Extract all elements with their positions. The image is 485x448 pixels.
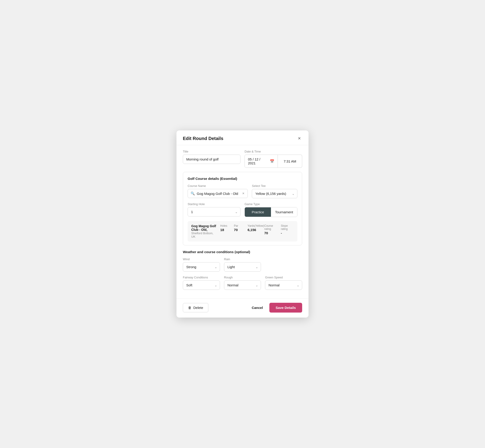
- wind-dropdown[interactable]: NoneLightModerateStrong: [183, 262, 220, 272]
- par-stat: Par 70: [232, 224, 245, 235]
- starting-hole-label: Starting Hole: [188, 202, 241, 206]
- holes-label: Holes: [220, 224, 227, 227]
- course-info-left: Gog Magog Golf Club - Old, Shelford Bott…: [191, 224, 218, 238]
- modal-header: Edit Round Details ×: [177, 130, 308, 145]
- green-speed-label: Green Speed: [265, 276, 302, 279]
- title-input[interactable]: [183, 155, 241, 164]
- rain-label: Rain: [224, 257, 261, 261]
- time-value: 7:31 AM: [284, 159, 296, 163]
- course-info-card: Gog Magog Golf Club - Old, Shelford Bott…: [188, 221, 297, 241]
- modal-title: Edit Round Details: [183, 136, 223, 141]
- green-speed-group: Green Speed SlowNormalFast ⌄: [265, 276, 302, 290]
- tournament-button[interactable]: Tournament: [271, 207, 297, 217]
- fairway-dropdown[interactable]: SoftNormalHard: [183, 280, 220, 290]
- course-name-label: Course Name: [188, 184, 248, 188]
- rain-wrap: NoneLightModerateHeavy ⌄: [224, 262, 261, 272]
- starting-hole-dropdown[interactable]: 1234 5678 910: [188, 207, 241, 216]
- select-tee-wrap: Yellow (6,156 yards) White (6,500 yards)…: [252, 189, 297, 198]
- game-type-label: Game Type: [244, 202, 297, 206]
- game-type-group: Game Type Practice Tournament: [244, 202, 297, 217]
- course-info-name: Gog Magog Golf Club - Old,: [191, 224, 218, 232]
- close-button[interactable]: ×: [297, 136, 302, 141]
- course-info-location: Shelford Bottom, UK: [191, 232, 218, 238]
- date-time-inputs: 05 / 12 / 2021 📅 7:31 AM: [244, 155, 302, 168]
- par-value: 70: [234, 228, 238, 232]
- datetime-group: Date & Time 05 / 12 / 2021 📅 7:31 AM: [244, 150, 302, 168]
- modal-body: Title Date & Time 05 / 12 / 2021 📅 7:31 …: [177, 145, 308, 296]
- holes-stat: Holes 18: [218, 224, 232, 235]
- rough-wrap: SoftNormalHard ⌄: [224, 280, 261, 290]
- edit-round-modal: Edit Round Details × Title Date & Time 0…: [177, 130, 308, 318]
- slope-rating-label: Slope rating: [281, 224, 291, 231]
- rain-group: Rain NoneLightModerateHeavy ⌄: [224, 257, 261, 272]
- wind-wrap: NoneLightModerateStrong ⌄: [183, 262, 220, 272]
- modal-footer: 🗑 Delete Cancel Save Details: [177, 298, 308, 318]
- holes-value: 18: [220, 228, 224, 232]
- datetime-label: Date & Time: [244, 150, 302, 153]
- wind-group: Wind NoneLightModerateStrong ⌄: [183, 257, 220, 272]
- select-tee-label: Select Tee: [252, 184, 297, 188]
- slope-rating-stat: Slope rating -: [278, 224, 294, 235]
- yards-stat: Yards(Yellow) 6,156: [245, 224, 262, 235]
- par-label: Par: [234, 224, 238, 227]
- golf-course-section: Golf Course details (Essential) Course N…: [183, 172, 302, 245]
- yards-label: Yards(Yellow): [248, 224, 264, 227]
- course-name-group: Course Name 🔍 ×: [188, 184, 248, 198]
- game-type-toggle: Practice Tournament: [244, 207, 297, 217]
- save-button[interactable]: Save Details: [269, 303, 302, 312]
- fairway-group: Fairway Conditions SoftNormalHard ⌄: [183, 276, 220, 290]
- footer-right: Cancel Save Details: [249, 303, 302, 312]
- rough-group: Rough SoftNormalHard ⌄: [224, 276, 261, 290]
- cancel-button[interactable]: Cancel: [249, 303, 265, 312]
- course-tee-row: Course Name 🔍 × Select Tee Yellow (6,156…: [188, 184, 297, 198]
- starting-hole-group: Starting Hole 1234 5678 910 ⌄: [188, 202, 241, 217]
- rough-dropdown[interactable]: SoftNormalHard: [224, 280, 261, 290]
- course-rating-stat: Course rating 70: [262, 224, 278, 235]
- practice-button[interactable]: Practice: [245, 207, 271, 217]
- title-group: Title: [183, 150, 241, 168]
- weather-section: Weather and course conditions (optional)…: [183, 250, 302, 296]
- delete-button[interactable]: 🗑 Delete: [183, 303, 208, 312]
- wind-label: Wind: [183, 257, 220, 261]
- rough-label: Rough: [224, 276, 261, 279]
- date-value: 05 / 12 / 2021: [248, 157, 268, 165]
- starting-hole-wrap: 1234 5678 910 ⌄: [188, 207, 241, 216]
- course-stats: Holes 18 Par 70 Yards(Yellow) 6,156 Co: [218, 224, 294, 235]
- fairway-wrap: SoftNormalHard ⌄: [183, 280, 220, 290]
- calendar-icon: 📅: [270, 159, 274, 163]
- slope-rating-value: -: [281, 231, 282, 235]
- yards-value: 6,156: [248, 228, 256, 232]
- fairway-label: Fairway Conditions: [183, 276, 220, 279]
- course-clear-button[interactable]: ×: [242, 192, 245, 196]
- green-speed-dropdown[interactable]: SlowNormalFast: [265, 280, 302, 290]
- hole-gametype-row: Starting Hole 1234 5678 910 ⌄ Game Type: [188, 202, 297, 217]
- golf-course-title: Golf Course details (Essential): [188, 177, 297, 181]
- green-speed-wrap: SlowNormalFast ⌄: [265, 280, 302, 290]
- weather-title: Weather and course conditions (optional): [183, 250, 302, 254]
- course-name-input[interactable]: [197, 192, 240, 196]
- select-tee-dropdown[interactable]: Yellow (6,156 yards) White (6,500 yards)…: [252, 189, 297, 198]
- title-datetime-row: Title Date & Time 05 / 12 / 2021 📅 7:31 …: [183, 150, 302, 168]
- course-rating-value: 70: [264, 231, 268, 235]
- wind-rain-row: Wind NoneLightModerateStrong ⌄ Rain None…: [183, 257, 302, 272]
- course-search-wrap[interactable]: 🔍 ×: [188, 189, 248, 198]
- search-icon: 🔍: [191, 192, 195, 196]
- fairway-rough-green-row: Fairway Conditions SoftNormalHard ⌄ Roug…: [183, 276, 302, 290]
- time-input[interactable]: 7:31 AM: [278, 155, 302, 168]
- title-label: Title: [183, 150, 241, 153]
- rain-dropdown[interactable]: NoneLightModerateHeavy: [224, 262, 261, 272]
- course-info-top: Gog Magog Golf Club - Old, Shelford Bott…: [191, 224, 294, 238]
- trash-icon: 🗑: [188, 306, 192, 310]
- date-input[interactable]: 05 / 12 / 2021 📅: [244, 155, 278, 168]
- select-tee-group: Select Tee Yellow (6,156 yards) White (6…: [252, 184, 297, 198]
- course-rating-label: Course rating: [264, 224, 276, 231]
- delete-label: Delete: [193, 306, 203, 310]
